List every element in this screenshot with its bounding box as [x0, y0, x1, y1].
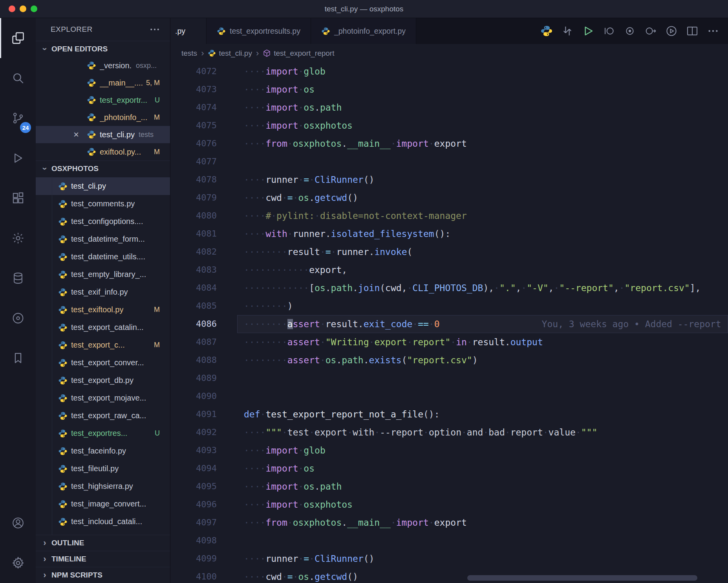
file-item-test-exiftool-py[interactable]: test_exiftool.pyM — [36, 301, 170, 319]
line-number[interactable]: 4081 — [170, 225, 237, 243]
line-number[interactable]: 4078 — [170, 171, 237, 189]
line-number[interactable]: 4076 — [170, 135, 237, 153]
compare-changes-icon[interactable] — [561, 25, 574, 37]
tab-py[interactable]: .py — [170, 18, 207, 44]
line-number[interactable]: 4075 — [170, 117, 237, 135]
file-item-test-datetime-form[interactable]: test_datetime_form... — [36, 230, 170, 248]
file-item-test-empty-library[interactable]: test_empty_library_... — [36, 266, 170, 283]
file-item-test-export-mojave[interactable]: test_export_mojave... — [36, 389, 170, 407]
code-line[interactable]: 4081····with·runner.isolated_filesystem(… — [170, 225, 728, 243]
open-editor-item-version-py[interactable]: _version.pyosxp... — [36, 57, 170, 74]
code-line[interactable]: 4099····runner·=·CliRunner() — [170, 550, 728, 568]
line-number[interactable]: 4079 — [170, 189, 237, 207]
line-number[interactable]: 4084 — [170, 279, 237, 297]
line-number[interactable]: 4077 — [170, 153, 237, 171]
code-line[interactable]: 4077 — [170, 153, 728, 171]
database-icon[interactable] — [0, 258, 36, 298]
line-number[interactable]: 4100 — [170, 568, 237, 583]
flower-icon[interactable] — [0, 218, 36, 258]
code-line[interactable]: 4092····"""·test·export·with·--report·op… — [170, 423, 728, 441]
line-number[interactable]: 4093 — [170, 441, 237, 459]
sidebar-section-npm-scripts[interactable]: ›NPM SCRIPTS — [36, 567, 170, 583]
file-item-test-datetime-utils[interactable]: test_datetime_utils.... — [36, 248, 170, 266]
python-logo-icon[interactable] — [540, 25, 553, 37]
code-line[interactable]: 4079····cwd·=·os.getcwd() — [170, 189, 728, 207]
breadcrumb-item-test-export-report[interactable]: test_export_report — [263, 49, 334, 58]
open-editors-header[interactable]: › OPEN EDITORS — [36, 41, 170, 57]
extensions-icon[interactable] — [0, 178, 36, 218]
code-line[interactable]: 4074····import·os.path — [170, 98, 728, 117]
file-item-test-highsierra-py[interactable]: test_highsierra.py — [36, 477, 170, 495]
line-number[interactable]: 4072 — [170, 62, 237, 80]
line-number[interactable]: 4090 — [170, 387, 237, 405]
code-line[interactable]: 4089 — [170, 369, 728, 387]
line-number[interactable]: 4080 — [170, 207, 237, 225]
file-item-test-configoptions[interactable]: test_configoptions.... — [36, 213, 170, 230]
file-item-test-incloud-catali[interactable]: test_incloud_catali... — [36, 513, 170, 530]
line-number[interactable]: 4086 — [170, 315, 237, 333]
file-item-test-exportres[interactable]: test_exportres...U — [36, 424, 170, 442]
code-line[interactable]: 4090 — [170, 387, 728, 405]
explorer-icon[interactable] — [0, 18, 36, 58]
code-line[interactable]: 4098 — [170, 532, 728, 550]
disc-icon[interactable] — [0, 298, 36, 338]
code-line[interactable]: 4093····import·glob — [170, 441, 728, 459]
close-editor-icon[interactable]: × — [73, 129, 87, 140]
code-line[interactable]: 4087········assert·"Writing·export·repor… — [170, 333, 728, 351]
code-line[interactable]: 4082········result·=·runner.invoke( — [170, 243, 728, 261]
code-line[interactable]: 4091def·test_export_report_not_a_file(): — [170, 405, 728, 423]
run-debug-icon[interactable] — [0, 138, 36, 178]
line-number[interactable]: 4097 — [170, 514, 237, 532]
more-actions-icon[interactable] — [707, 25, 719, 37]
line-number[interactable]: 4096 — [170, 496, 237, 514]
code-line[interactable]: 4094····import·os — [170, 459, 728, 477]
line-number[interactable]: 4085 — [170, 297, 237, 315]
tab-photoinfo-export-py[interactable]: _photoinfo_export.py — [311, 18, 416, 44]
source-control-icon[interactable]: 24 — [0, 98, 36, 138]
code-line[interactable]: 4076····from·osxphotos.__main__·import·e… — [170, 135, 728, 153]
search-icon[interactable] — [0, 58, 36, 98]
horizontal-scrollbar[interactable] — [467, 575, 697, 581]
line-number[interactable]: 4091 — [170, 405, 237, 423]
file-item-test-fileutil-py[interactable]: test_fileutil.py — [36, 460, 170, 477]
file-item-test-export-c[interactable]: test_export_c...M — [36, 336, 170, 354]
file-item-test-cli-py[interactable]: test_cli.py — [36, 177, 170, 195]
line-number[interactable]: 4087 — [170, 333, 237, 351]
line-number[interactable]: 4083 — [170, 261, 237, 279]
breadcrumb-item-tests[interactable]: tests — [181, 49, 197, 58]
code-line[interactable]: 4073····import·os — [170, 80, 728, 98]
maximize-window-button[interactable] — [31, 5, 37, 12]
code-line[interactable]: 4086········assert·result.exit_code·==·0… — [170, 315, 728, 333]
code-line[interactable]: 4096····import·osxphotos — [170, 496, 728, 514]
folder-section-header[interactable]: › OSXPHOTOS — [36, 160, 170, 177]
run-below-circle-icon[interactable] — [644, 25, 657, 37]
code-line[interactable]: 4085········) — [170, 297, 728, 315]
code-line[interactable]: 4084············[os.path.join(cwd,·CLI_P… — [170, 279, 728, 297]
line-number[interactable]: 4089 — [170, 369, 237, 387]
file-item-test-export-raw-ca[interactable]: test_export_raw_ca... — [36, 407, 170, 424]
close-window-button[interactable] — [9, 5, 15, 12]
settings-gear-icon[interactable] — [0, 543, 36, 583]
open-editor-item-photoinfo[interactable]: _photoinfo_...M — [36, 109, 170, 126]
line-number[interactable]: 4082 — [170, 243, 237, 261]
code-line[interactable]: 4075····import·osxphotos — [170, 117, 728, 135]
line-number[interactable]: 4073 — [170, 80, 237, 98]
open-editor-item-test-exportr[interactable]: test_exportr...U — [36, 91, 170, 109]
code-line[interactable]: 4088········assert·os.path.exists("repor… — [170, 351, 728, 369]
file-item-test-faceinfo-py[interactable]: test_faceinfo.py — [36, 442, 170, 460]
more-actions-icon[interactable] — [149, 24, 161, 35]
code-line[interactable]: 4078····runner·=·CliRunner() — [170, 171, 728, 189]
debug-circle-icon[interactable] — [665, 25, 678, 37]
file-item-test-exif-info-py[interactable]: test_exif_info.py — [36, 283, 170, 301]
file-item-test-image-convert[interactable]: test_image_convert... — [36, 495, 170, 513]
open-editor-item-exiftool-py[interactable]: exiftool.py...M — [36, 143, 170, 160]
line-number[interactable]: 4088 — [170, 351, 237, 369]
tab-test-exportresults-py[interactable]: test_exportresults.py — [207, 18, 311, 44]
line-number[interactable]: 4074 — [170, 98, 237, 117]
code-line[interactable]: 4072····import·glob — [170, 62, 728, 80]
breadcrumb-item-test-cli-py[interactable]: test_cli.py — [208, 49, 252, 58]
line-number[interactable]: 4098 — [170, 532, 237, 550]
code-editor[interactable]: 4072····import·glob4073····import·os4074… — [170, 62, 728, 583]
line-number[interactable]: 4092 — [170, 423, 237, 441]
file-item-test-export-catalin[interactable]: test_export_catalin... — [36, 319, 170, 336]
